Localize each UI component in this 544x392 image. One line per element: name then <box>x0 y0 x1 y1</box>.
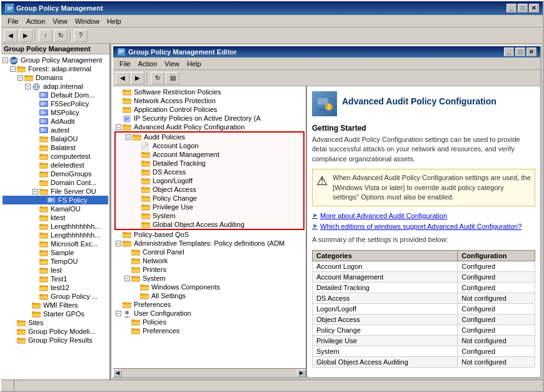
mid-tree-item-networkaccessprot[interactable]: Network Access Protection <box>114 96 305 105</box>
mid-tree-item-control-panel[interactable]: Control Panel <box>114 248 305 256</box>
mid-tree-item-global-object[interactable]: Global Object Access Auditing <box>114 220 305 230</box>
mid-tree-item-all-settings[interactable]: All Settings <box>114 291 305 300</box>
mid-tree-item-network[interactable]: Network <box>114 256 305 265</box>
editor-menu-view[interactable]: View <box>161 59 183 69</box>
mid-tree-item-policybased-qos[interactable]: Policy-based QoS <box>114 230 305 239</box>
mid-tree-item-policies2[interactable]: Policies <box>114 318 305 326</box>
mid-tree-item-account-mgmt[interactable]: Account Management <box>114 150 305 159</box>
forward-btn[interactable]: ▶ <box>19 29 33 42</box>
left-tree-item-balajiou[interactable]: BalajiOU <box>3 134 108 143</box>
left-tree-item-forest[interactable]: − Forest: adap.internal <box>3 64 108 73</box>
mid-tree-item-ipsecurity[interactable]: IPIP Security Policies on Active Directo… <box>114 114 305 123</box>
mid-tree-item-appcontrol[interactable]: Application Control Policies <box>114 105 305 114</box>
mid-tree-item-logon-logoff[interactable]: Logon/Logoff <box>114 176 305 185</box>
left-tree-item-ktest[interactable]: ktest <box>3 213 108 222</box>
mid-tree-item-account-logon[interactable]: Account Logon <box>114 141 305 150</box>
left-tree-item-fileserverou[interactable]: − File Server OU <box>3 187 108 196</box>
left-tree-item-domaincont[interactable]: Domain Cont... <box>3 178 108 187</box>
left-tree[interactable]: −GPGroup Policy Management− Forest: adap… <box>1 54 109 379</box>
left-tree-item-mspolicy[interactable]: MSPolicy <box>3 108 108 117</box>
link-more-about[interactable]: ➤ More about Advanced Audit Configuratio… <box>312 211 535 219</box>
editor-close-btn[interactable]: ✕ <box>526 48 536 56</box>
close-btn[interactable]: ✕ <box>529 4 539 13</box>
mid-tree-item-preferences2[interactable]: Preferences <box>114 326 305 335</box>
left-tree-item-gpmodeling[interactable]: Group Policy Modeli... <box>3 327 108 336</box>
mid-tree-item-policy-change[interactable]: Policy Change <box>114 194 305 203</box>
left-tree-item-default-dom[interactable]: Default Dom... <box>3 91 108 99</box>
left-tree-item-kamalou[interactable]: KamalOU <box>3 204 108 213</box>
refresh-btn[interactable]: ↻ <box>54 29 68 42</box>
left-tree-item-startergpos[interactable]: Starter GPOs <box>3 309 108 318</box>
back-btn[interactable]: ◀ <box>4 29 18 42</box>
left-tree-item-deletedtest[interactable]: deletedtest <box>3 161 108 169</box>
up-btn[interactable]: ↑ <box>39 29 53 42</box>
left-tree-item-lengthhhhhh2[interactable]: Lengthhhhhhh... <box>3 231 108 239</box>
expand-btn-forest[interactable]: − <box>10 66 16 72</box>
maximize-btn[interactable]: □ <box>518 4 528 13</box>
left-tree-item-grouppolicy[interactable]: Group Policy ... <box>3 292 108 301</box>
editor-minimize-btn[interactable]: _ <box>504 48 514 56</box>
editor-menu-action[interactable]: Action <box>134 59 161 69</box>
mid-tree-item-preferences[interactable]: Preferences <box>114 300 305 309</box>
mid-expand-btn-admin-templates[interactable]: − <box>116 241 121 246</box>
expand-btn-fileserverou[interactable]: − <box>33 189 38 194</box>
left-tree-item-lengthhhhhh1[interactable]: Lengthhhhhhh... <box>3 222 108 231</box>
menu-view[interactable]: View <box>49 16 71 26</box>
left-tree-item-wmifilters[interactable]: WMI Filters <box>3 301 108 309</box>
editor-menu-help[interactable]: Help <box>183 59 205 69</box>
mid-tree-item-object-access[interactable]: Object Access <box>114 185 305 194</box>
menu-window[interactable]: Window <box>71 16 103 26</box>
mid-tree-content[interactable]: Software Restriction Policies Network Ac… <box>113 86 306 368</box>
left-tree-item-test12[interactable]: test12 <box>3 283 108 292</box>
mid-expand-btn-user-config[interactable]: − <box>116 311 121 316</box>
menu-help[interactable]: Help <box>103 16 125 26</box>
left-tree-item-sites[interactable]: Sites <box>3 318 108 327</box>
mid-expand-btn-audit-policies[interactable]: − <box>126 134 131 140</box>
mid-expand-btn-advaudit[interactable]: − <box>116 124 121 130</box>
left-tree-item-gpresults[interactable]: Group Policy Results <box>3 336 108 344</box>
left-tree-item-gpm-root[interactable]: −GPGroup Policy Management <box>3 56 108 64</box>
expand-btn-adap[interactable]: − <box>25 84 31 89</box>
mid-tree-item-advaudit[interactable]: − Advanced Audit Policy Configuration <box>114 123 305 131</box>
left-tree-item-domains[interactable]: − Domains <box>3 73 108 82</box>
editor-menu-file[interactable]: File <box>116 59 134 69</box>
link-editions[interactable]: ➤ Which editions of windows support Adva… <box>312 222 535 230</box>
link-text-2[interactable]: Which editions of windows support Advanc… <box>320 223 521 230</box>
left-tree-item-demogroups[interactable]: DemoGroups <box>3 169 108 178</box>
mid-tree-item-windows-components[interactable]: Windows Components <box>114 283 305 291</box>
minimize-btn[interactable]: _ <box>506 4 516 13</box>
mid-tree-item-detailed-tracking[interactable]: Detailed Tracking <box>114 159 305 168</box>
horizontal-scrollbar[interactable]: ◀ ▶ <box>113 368 306 377</box>
mid-expand-btn-system2[interactable]: − <box>124 276 130 281</box>
editor-forward-btn[interactable]: ▶ <box>131 72 144 84</box>
link-text-1[interactable]: More about Advanced Audit Configuration <box>320 212 447 219</box>
editor-maximize-btn[interactable]: □ <box>515 48 525 56</box>
left-tree-item-test1[interactable]: Test1 <box>3 274 108 283</box>
menu-file[interactable]: File <box>4 16 23 26</box>
left-tree-item-adaudit[interactable]: AdAudit <box>3 117 108 126</box>
mid-tree-item-admin-templates[interactable]: − Administrative Templates: Policy defin… <box>114 239 305 248</box>
mid-tree-item-audit-policies[interactable]: − Audit Policies <box>114 131 305 141</box>
editor-extra-btn[interactable]: ▤ <box>166 72 179 84</box>
expand-btn-domains[interactable]: − <box>18 75 23 81</box>
left-tree-item-sample[interactable]: Sample <box>3 248 108 257</box>
mid-tree-item-system[interactable]: System <box>114 211 305 220</box>
left-tree-item-adap[interactable]: −adap.internal <box>3 82 108 91</box>
left-tree-item-microsoftexc[interactable]: Microsoft Exc... <box>3 239 108 248</box>
left-tree-item-computertest[interactable]: computertest <box>3 152 108 161</box>
left-tree-item-f5sec[interactable]: F5SecPolicy <box>3 99 108 108</box>
left-tree-item-balatest[interactable]: Balatest <box>3 143 108 152</box>
expand-btn-gpm-root[interactable]: − <box>3 58 8 63</box>
mid-tree-item-system2[interactable]: − System <box>114 274 305 283</box>
mid-tree-item-printers[interactable]: Printers <box>114 265 305 274</box>
mid-tree-item-user-config[interactable]: −User Configuration <box>114 309 305 318</box>
mid-tree-item-ds-access[interactable]: DS Access <box>114 168 305 176</box>
editor-back-btn[interactable]: ◀ <box>116 72 129 84</box>
left-tree-item-autest[interactable]: autest <box>3 126 108 134</box>
left-tree-item-test[interactable]: test <box>3 266 108 274</box>
mid-tree-item-softrestriction[interactable]: Software Restriction Policies <box>114 88 305 96</box>
left-tree-item-tempou[interactable]: TempOU <box>3 257 108 266</box>
left-tree-item-fspolicy[interactable]: FS Policy <box>3 196 108 204</box>
editor-refresh-btn[interactable]: ↻ <box>151 72 164 84</box>
mid-tree-item-privilege-use[interactable]: Privilege Use <box>114 203 305 211</box>
